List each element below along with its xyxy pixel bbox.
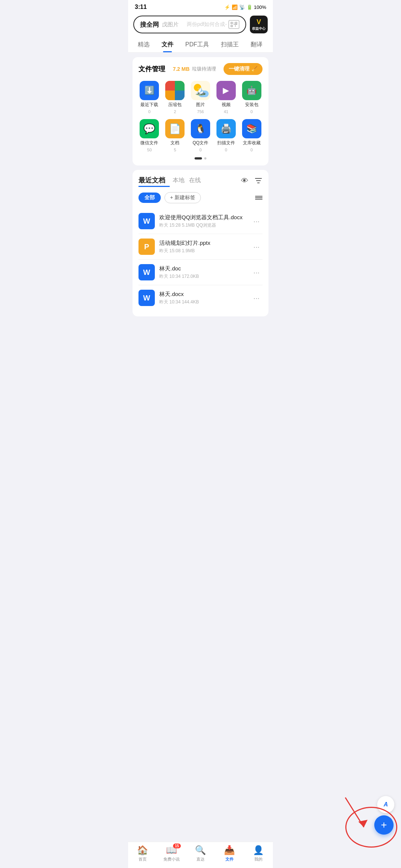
file-item-name: 扫描文件 [217,140,235,146]
bluetooth-icon: ⚡ [224,4,230,10]
file-item-name: QQ文件 [193,140,209,146]
junk-text: 垃圾待清理 [192,66,216,72]
nav-tabs: 精选 文件 PDF工具 扫描王 翻译 同步学 [128,37,273,53]
list-item[interactable]: P 活动规划幻灯片.pptx 昨天 15:08 1.9MB ··· [138,234,263,260]
lib-icon: 📚 [242,119,261,138]
search-bar[interactable]: 搜全网 戊图片 两份pdf如何合成- [133,16,246,33]
file-grid-row1: ⬇️ 最近下载 0 压缩包 2 🏔️ 图片 756 [138,81,263,114]
view-icon[interactable]: 👁 [241,177,248,187]
file-item-lib[interactable]: 📚 文库收藏 0 [241,119,263,152]
file-info: 林天.docx 昨天 10:34 144.4KB [159,291,246,305]
recent-tab-recent[interactable]: 最近文档 [138,176,170,187]
wifi-icon: 📶 [232,4,238,10]
file-info: 活动规划幻灯片.pptx 昨天 15:08 1.9MB [159,240,246,254]
tab-wenjian[interactable]: 文件 [156,37,179,52]
image-icon: 🏔️ [191,81,210,100]
tag-all[interactable]: 全部 [138,193,161,203]
file-item-download[interactable]: ⬇️ 最近下载 0 [138,81,160,114]
file-meta: 昨天 10:34 144.4KB [159,299,246,305]
tab-translate[interactable]: 翻译 [245,37,268,52]
search-hint-1: 戊图片 [162,21,179,28]
file-grid-row2: 💬 微信文件 50 📄 文档 5 🐧 QQ文件 0 🖨️ 扫描文件 0 📚 文库… [138,119,263,152]
file-item-video[interactable]: ▶ 视频 41 [215,81,237,114]
qq-icon: 🐧 [191,119,210,138]
recent-header: 最近文档 本地 在线 👁 [138,176,263,187]
list-item[interactable]: W 林天.docx 昨天 10:34 144.4KB ··· [138,285,263,310]
file-info: 林天.doc 昨天 10:34 172.0KB [159,265,246,280]
file-mgmt-header: 文件管理 7.2 MB 垃圾待清理 一键清理 🧹 [138,63,263,75]
doc-icon: 📄 [165,119,185,138]
battery-icon: 🔋 [247,4,252,10]
broom-icon: 🧹 [251,66,257,72]
file-title: 活动规划幻灯片.pptx [159,240,246,247]
tag-row: 全部 + 新建标签 [138,192,263,203]
page-dots [138,157,263,160]
tab-pdf[interactable]: PDF工具 [179,37,215,52]
file-item-name: 视频 [222,102,231,108]
list-item[interactable]: W 欢迎使用QQ浏览器文档工具.docx 昨天 15:28 5.1MB QQ浏览… [138,208,263,234]
word-icon: W [138,213,155,229]
recent-tab-local[interactable]: 本地 [173,177,189,187]
file-item-name: 压缩包 [168,102,182,108]
more-button[interactable]: ··· [250,216,263,227]
file-title: 林天.docx [159,291,246,298]
file-list: W 欢迎使用QQ浏览器文档工具.docx 昨天 15:28 5.1MB QQ浏览… [138,208,263,310]
svg-rect-6 [165,81,175,91]
tab-jingxuan[interactable]: 精选 [132,37,156,52]
hamburger-menu[interactable] [255,196,263,200]
file-item-name: 微信文件 [140,140,158,146]
word-icon: W [138,264,155,280]
signal-icon: 📡 [239,4,245,10]
file-title: 林天.doc [159,265,246,272]
svg-rect-8 [165,91,175,100]
file-item-wechat[interactable]: 💬 微信文件 50 [138,119,160,152]
more-button[interactable]: ··· [250,241,263,253]
status-bar: 3:11 ⚡ 📶 📡 🔋 100% [128,0,273,13]
file-item-name: 最近下载 [140,102,158,108]
file-item-name: 图片 [196,102,205,108]
search-hint-2: 两份pdf如何合成- [187,20,239,29]
more-button[interactable]: ··· [250,267,263,278]
file-item-qq[interactable]: 🐧 QQ文件 0 [190,119,212,152]
battery-level: 100% [254,4,266,10]
junk-info: 7.2 MB 垃圾待清理 [173,66,216,72]
filter-icon[interactable] [254,177,263,187]
file-meta: 昨天 15:08 1.9MB [159,248,246,254]
recent-actions: 👁 [241,177,263,187]
vip-avatar[interactable]: V 权益中心 [250,16,268,33]
more-button[interactable]: ··· [250,292,263,304]
file-title: 欢迎使用QQ浏览器文档工具.docx [159,214,246,221]
wechat-icon: 💬 [140,119,159,138]
file-mgmt-title: 文件管理 [138,65,165,73]
ppt-icon: P [138,239,155,255]
file-item-scan[interactable]: 🖨️ 扫描文件 0 [215,119,237,152]
tab-sync[interactable]: 同步学 [268,37,273,52]
search-label: 搜全网 [140,20,159,29]
recent-tab-online[interactable]: 在线 [189,177,205,187]
search-bar-container: 搜全网 戊图片 两份pdf如何合成- V 权益中心 [128,13,273,37]
file-item-apk[interactable]: 🤖 安装包 0 [241,81,263,114]
tag-new[interactable]: + 新建标签 [164,192,201,203]
file-item-doc[interactable]: 📄 文档 5 [164,119,186,152]
dot-active [195,157,202,160]
download-icon: ⬇️ [140,81,159,100]
file-item-name: 安装包 [245,102,258,108]
svg-rect-7 [175,81,185,91]
list-item[interactable]: W 林天.doc 昨天 10:34 172.0KB ··· [138,260,263,285]
file-info: 欢迎使用QQ浏览器文档工具.docx 昨天 15:28 5.1MB QQ浏览器 [159,214,246,228]
file-meta: 昨天 15:28 5.1MB QQ浏览器 [159,222,246,228]
svg-rect-1 [235,22,237,24]
status-icons: ⚡ 📶 📡 🔋 100% [224,4,266,10]
word-icon: W [138,290,155,306]
scan-file-icon: 🖨️ [216,119,236,138]
tab-scan[interactable]: 扫描王 [215,37,245,52]
svg-rect-9 [175,91,185,100]
file-item-zip[interactable]: 压缩包 2 [164,81,186,114]
file-item-image[interactable]: 🏔️ 图片 756 [190,81,212,114]
scan-icon [228,20,239,29]
video-icon: ▶ [216,81,236,100]
svg-rect-0 [231,22,232,24]
status-time: 3:11 [135,4,147,10]
dot-inactive [204,157,206,160]
clean-button[interactable]: 一键清理 🧹 [224,63,263,75]
